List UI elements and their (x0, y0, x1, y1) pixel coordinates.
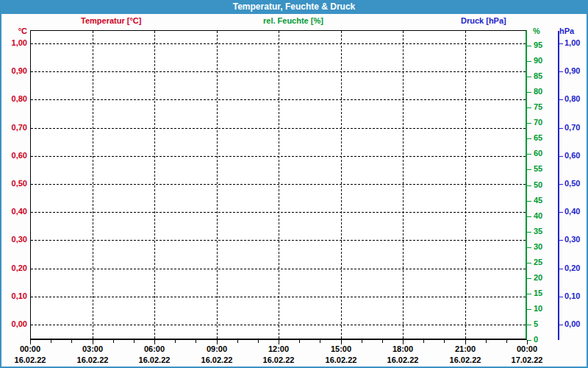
x-tick-major (93, 340, 93, 344)
x-label-time: 09:00 (195, 344, 239, 353)
axis-unit-pressure: hPa (559, 26, 574, 36)
x-label-time: 06:00 (132, 344, 176, 353)
tick-label-pressure: 0,60 (564, 151, 580, 160)
tick-label-temperature: 1,00 (0, 38, 27, 48)
pressure-axis-line (558, 31, 559, 340)
tick-label-humidity: 75 (534, 102, 542, 112)
tick-label-humidity: 95 (534, 40, 542, 50)
x-label-date: 17.02.22 (501, 355, 553, 364)
tick-label-humidity: 5 (534, 319, 538, 329)
x-label-date: 16.02.22 (253, 355, 304, 364)
chart-window: Temperatur, Feuchte & Druck Temperatur [… (0, 0, 588, 368)
tick-label-humidity: 70 (534, 118, 542, 127)
tick-mark-humidity (527, 294, 531, 294)
tick-mark-pressure (559, 240, 563, 241)
tick-label-pressure: 0,10 (564, 291, 580, 301)
x-tick-minor (362, 340, 362, 343)
tick-label-temperature: 0,40 (0, 207, 27, 216)
x-tick-major (341, 340, 342, 344)
x-tick-minor (237, 340, 238, 343)
tick-mark-humidity (527, 278, 531, 279)
tick-label-humidity: 40 (534, 211, 542, 221)
x-label-time: 00:00 (505, 344, 549, 353)
tick-label-humidity: 45 (534, 196, 542, 205)
tick-mark-humidity (527, 169, 531, 170)
tick-mark-pressure (559, 71, 563, 72)
x-label-time: 18:00 (381, 344, 425, 353)
tick-label-temperature: 0,50 (0, 179, 27, 188)
tick-label-humidity: 85 (534, 71, 542, 81)
x-tick-major (465, 340, 466, 344)
window-title-bar: Temperatur, Feuchte & Druck (0, 0, 588, 14)
x-label-date: 16.02.22 (315, 355, 367, 364)
tick-mark-humidity (527, 216, 531, 217)
tick-mark-humidity (527, 185, 531, 186)
x-tick-major (30, 340, 31, 344)
x-tick-minor (506, 340, 507, 343)
tick-mark-pressure (559, 99, 563, 100)
tick-mark-pressure (559, 325, 563, 325)
tick-mark-humidity (527, 46, 531, 46)
tick-label-humidity: 60 (534, 149, 542, 158)
tick-label-pressure: 0,80 (564, 94, 580, 104)
x-label-time: 00:00 (8, 344, 52, 353)
tick-mark-humidity (527, 309, 531, 310)
x-tick-major (279, 340, 279, 344)
tick-mark-humidity (527, 154, 531, 155)
tick-mark-humidity (527, 247, 531, 248)
tick-label-humidity: 10 (534, 304, 542, 314)
tick-mark-humidity (527, 201, 531, 202)
tick-label-humidity: 20 (534, 273, 542, 283)
legend-humidity: rel. Feuchte [%] (263, 16, 323, 26)
x-label-time: 12:00 (257, 344, 301, 353)
tick-label-humidity: 65 (534, 133, 542, 143)
tick-mark-humidity (527, 92, 531, 93)
tick-mark-humidity (527, 263, 531, 263)
tick-mark-humidity (527, 107, 531, 108)
tick-label-pressure: 0,50 (564, 179, 580, 188)
tick-label-temperature: 0,70 (0, 123, 27, 132)
tick-mark-humidity (527, 61, 531, 62)
x-label-date: 16.02.22 (191, 355, 243, 364)
tick-label-temperature: 0,30 (0, 235, 27, 244)
x-tick-major (527, 340, 528, 344)
tick-label-temperature: 0,80 (0, 94, 27, 104)
x-tick-minor (113, 340, 114, 343)
x-tick-major (403, 340, 404, 344)
x-tick-major (154, 340, 155, 344)
x-tick-minor (320, 340, 320, 343)
tick-label-humidity: 30 (534, 242, 542, 252)
tick-label-pressure: 0,00 (564, 319, 580, 329)
tick-label-temperature: 0,90 (0, 66, 27, 76)
tick-label-temperature: 0,20 (0, 263, 27, 273)
tick-label-temperature: 0,60 (0, 151, 27, 160)
tick-mark-humidity (527, 340, 531, 341)
x-tick-major (217, 340, 218, 344)
tick-mark-pressure (559, 43, 563, 44)
x-tick-minor (423, 340, 424, 343)
tick-mark-humidity (527, 123, 531, 124)
tick-label-humidity: 55 (534, 164, 542, 174)
tick-mark-pressure (559, 297, 563, 297)
x-tick-minor (134, 340, 135, 343)
tick-mark-humidity (527, 77, 531, 77)
tick-mark-pressure (559, 156, 563, 157)
axis-unit-temperature: °C (0, 26, 27, 36)
x-tick-minor (444, 340, 445, 343)
x-tick-minor (258, 340, 259, 343)
tick-mark-humidity (527, 232, 531, 233)
tick-mark-pressure (559, 128, 563, 129)
tick-label-humidity: 80 (534, 87, 542, 96)
tick-label-pressure: 0,40 (564, 207, 580, 216)
x-tick-minor (51, 340, 51, 343)
legend-pressure: Druck [hPa] (461, 16, 506, 26)
tick-mark-pressure (559, 184, 563, 185)
x-label-date: 16.02.22 (67, 355, 118, 364)
tick-label-humidity: 90 (534, 56, 542, 66)
tick-label-humidity: 50 (534, 180, 542, 190)
x-label-time: 15:00 (319, 344, 363, 353)
axis-unit-humidity: % (533, 26, 540, 36)
plot-area (30, 30, 527, 340)
x-label-date: 16.02.22 (377, 355, 429, 364)
x-tick-minor (71, 340, 72, 343)
